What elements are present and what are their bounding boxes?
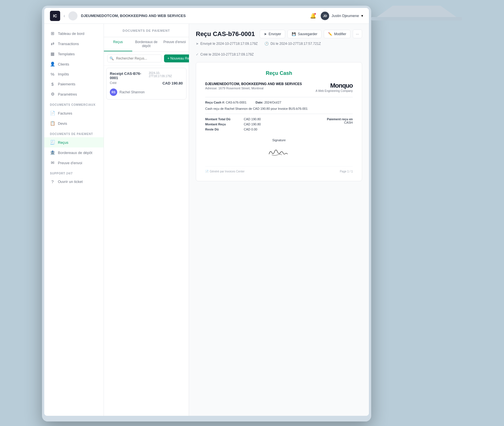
receipt-meta: ➤ Envoyé le 2024-10-27T18:17:09.179Z 🕐 D… bbox=[196, 42, 362, 56]
bordereaux-icon: 🏦 bbox=[50, 150, 55, 155]
sidebar-item-tableau-de-bord[interactable]: ⊞ Tableau de bord bbox=[44, 28, 104, 39]
sidebar-item-paiements[interactable]: $ Paiements bbox=[44, 79, 104, 89]
sidebar-label-parametres: Paramètres bbox=[58, 92, 77, 96]
created-meta-icon: ✓ bbox=[196, 52, 199, 56]
paiement-val: CASH bbox=[327, 121, 353, 124]
preuve-icon: ✉ bbox=[50, 160, 55, 165]
section-paiement: DOCUMENTS DE PAIEMENT bbox=[44, 128, 104, 137]
content-area: DOCUMENTS DE PAIEMENT Reçus Bordereaux d… bbox=[104, 24, 369, 416]
doc-footer: 📄 Généré par Invoices Center Page 1 / 1 bbox=[205, 166, 353, 173]
clients-icon: 👤 bbox=[50, 62, 55, 67]
ticket-icon: ? bbox=[50, 179, 55, 184]
sidebar-label-devis: Devis bbox=[58, 121, 67, 126]
sidebar-label-clients: Clients bbox=[58, 62, 69, 66]
footer-page: Page 1 / 1 bbox=[340, 170, 353, 173]
receipt-list: Receipt CAS-B76-0001 2024-10-27T18:17:09… bbox=[104, 66, 189, 416]
monitor-chin bbox=[44, 416, 369, 421]
signature-image bbox=[265, 144, 293, 158]
sidebar: ⊞ Tableau de bord ⇄ Transactions ▦ Templ… bbox=[44, 24, 104, 416]
sidebar-item-templates[interactable]: ▦ Templates bbox=[44, 49, 104, 59]
notifications-button[interactable]: 🔔 bbox=[310, 13, 316, 19]
factures-icon: 📄 bbox=[50, 111, 55, 116]
sidebar-label-impots: Impôts bbox=[58, 72, 69, 76]
chevron-down-icon: ▾ bbox=[361, 14, 363, 18]
panel-header: DOCUMENTS DE PAIEMENT bbox=[104, 24, 189, 37]
receipt-number-doc: CAS-b76-0001 bbox=[226, 101, 247, 104]
monitor-stand bbox=[377, 6, 456, 17]
montant-recu-label: Montant Reçu bbox=[205, 123, 239, 126]
templates-icon: ▦ bbox=[50, 51, 55, 56]
date-doc: 2024/Oct/27 bbox=[264, 101, 281, 104]
edit-button[interactable]: ✏️ Modifier bbox=[324, 30, 350, 38]
doc-brand-name: Monquo bbox=[316, 82, 353, 89]
monitor-base bbox=[371, 17, 462, 20]
right-panel: Reçu CAS-b76-0001 ➤ Envoyer 💾 Sauvegarde… bbox=[189, 24, 369, 416]
doc-brand: Monquo A Web Engineering Company bbox=[316, 82, 353, 92]
tab-recus[interactable]: Reçus bbox=[104, 37, 132, 51]
due-meta: Dû le 2024-10-27T18:17:57.721Z bbox=[270, 42, 321, 46]
section-commercial: DOCUMENTS COMMERCIAUX bbox=[44, 99, 104, 108]
search-bar: 🔍 + Nouveau Reçu bbox=[104, 52, 189, 66]
sidebar-item-bordereaux[interactable]: 🏦 Bordereaux de dépôt bbox=[44, 147, 104, 158]
recus-icon: 🧾 bbox=[50, 140, 55, 145]
doc-company-addr: Adresse: 1679 Rosemont Street, Montreal bbox=[205, 87, 302, 90]
montant-total-row: Montant Total Dû CAD 190.80 bbox=[205, 117, 318, 121]
footer-icon: 📄 bbox=[205, 170, 209, 173]
tab-preuve[interactable]: Preuve d'envoi bbox=[160, 37, 189, 51]
sidebar-item-ticket[interactable]: ? Ouvrir un ticket bbox=[44, 177, 104, 187]
top-bar: IC ‹ DJEUMENEDOTCOM, BOOKKEEPING AND WEB… bbox=[44, 8, 369, 24]
section-support: SUPPORT 24/7 bbox=[44, 168, 104, 177]
sidebar-item-impots[interactable]: % Impôts bbox=[44, 69, 104, 79]
more-button[interactable]: ··· bbox=[353, 29, 362, 38]
doc-info-row: Reçu Cash #: CAS-b76-0001 Date: 2024/Oct… bbox=[205, 101, 353, 104]
sidebar-label-paiements: Paiements bbox=[58, 82, 75, 86]
sidebar-label-recus: Reçus bbox=[58, 140, 68, 145]
send-button[interactable]: ➤ Envoyer bbox=[260, 30, 285, 38]
search-input[interactable] bbox=[107, 54, 162, 62]
receipt-number-label: Reçu Cash #: bbox=[205, 101, 225, 104]
save-icon: 💾 bbox=[292, 32, 296, 36]
receipt-amount: CAD 190.80 bbox=[162, 81, 183, 85]
sidebar-item-preuve[interactable]: ✉ Preuve d'envoi bbox=[44, 158, 104, 168]
client-avatar: RS bbox=[110, 88, 117, 96]
sidebar-collapse-button[interactable]: ‹ bbox=[64, 13, 65, 18]
sidebar-item-transactions[interactable]: ⇄ Transactions bbox=[44, 39, 104, 49]
tabs-row: Reçus Bordereaux de dépôt Preuve d'envoi bbox=[104, 37, 189, 52]
reste-du-val: CAD 0.00 bbox=[244, 128, 257, 131]
created-meta: Créé le 2024-10-27T18:17:09.179Z bbox=[200, 52, 254, 56]
paiement-label: Paiement reçu en bbox=[327, 117, 353, 121]
sidebar-item-parametres[interactable]: ⚙ Paramètres bbox=[44, 89, 104, 99]
sidebar-item-clients[interactable]: 👤 Clients bbox=[44, 59, 104, 69]
receipt-card[interactable]: Receipt CAS-B76-0001 2024-10-27T18:17:09… bbox=[106, 68, 186, 100]
client-name: Rachel Shannon bbox=[119, 90, 145, 94]
send-meta-icon: ➤ bbox=[196, 42, 199, 46]
tab-bordereaux[interactable]: Bordereaux de dépôt bbox=[132, 37, 161, 51]
doc-divider bbox=[205, 97, 353, 97]
signature-label: Signature bbox=[205, 138, 353, 142]
receipt-date: 2024-10-27T18:17:09.179Z bbox=[149, 71, 183, 78]
doc-signature: Signature bbox=[205, 138, 353, 159]
app-logo: IC bbox=[50, 11, 60, 21]
reste-du-row: Reste Dû CAD 0.00 bbox=[205, 128, 318, 131]
left-panel: DOCUMENTS DE PAIEMENT Reçus Bordereaux d… bbox=[104, 24, 189, 416]
sidebar-label-tableau: Tableau de bord bbox=[58, 31, 84, 36]
sidebar-label-bordereaux: Bordereaux de dépôt bbox=[58, 151, 92, 155]
company-avatar bbox=[68, 11, 77, 20]
due-meta-icon: 🕐 bbox=[264, 42, 269, 46]
sidebar-item-recus[interactable]: 🧾 Reçus bbox=[44, 137, 104, 147]
panel-header-title: DOCUMENTS DE PAIEMENT bbox=[123, 29, 170, 32]
receipt-title: Reçu CAS-b76-0001 bbox=[196, 30, 255, 38]
montant-recu-row: Montant Reçu CAD 190.80 bbox=[205, 123, 318, 126]
receipt-document: Reçu Cash DJEUMENEDOTCOM, BOOKKEEPING AN… bbox=[196, 62, 362, 181]
doc-divider-2 bbox=[205, 114, 353, 114]
sidebar-label-transactions: Transactions bbox=[58, 42, 79, 46]
sidebar-label-preuve: Preuve d'envoi bbox=[58, 161, 82, 165]
doc-brand-sub: A Web Engineering Company bbox=[316, 89, 353, 92]
user-menu-button[interactable]: JD Justin Djeumene ▾ bbox=[321, 12, 363, 20]
user-name: Justin Djeumene bbox=[331, 14, 359, 18]
notification-dot bbox=[314, 13, 316, 15]
save-button[interactable]: 💾 Sauvegarder bbox=[287, 30, 322, 38]
sidebar-item-factures[interactable]: 📄 Factures bbox=[44, 108, 104, 118]
sidebar-item-devis[interactable]: 📋 Devis bbox=[44, 118, 104, 128]
search-icon: 🔍 bbox=[110, 56, 114, 60]
